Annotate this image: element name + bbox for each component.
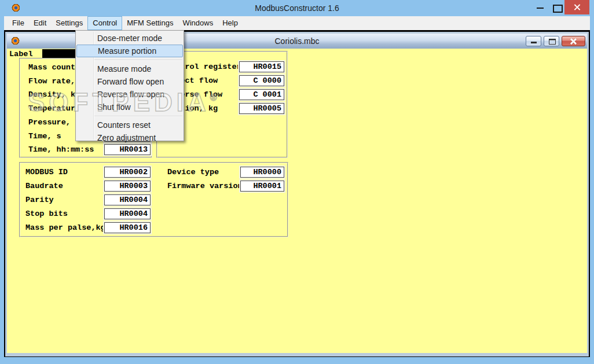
child-minimize-button[interactable] (526, 36, 541, 46)
field-label: Stop bits (25, 208, 68, 219)
field-label: Baudrate (25, 181, 63, 192)
menu-mfm-settings[interactable]: MFM Settings (122, 16, 178, 30)
main-window: ModbusConstructor 1.6 File Edit Settings… (0, 0, 594, 364)
menu-file[interactable]: File (8, 16, 29, 30)
register-field[interactable]: HR0003 (104, 181, 151, 192)
register-field[interactable]: HR0004 (104, 208, 151, 219)
main-window-title: ModbusConstructor 1.6 (0, 0, 594, 16)
menu-item-measure-mode[interactable]: Measure mode (76, 62, 184, 75)
register-field[interactable]: C 0001 (239, 89, 284, 100)
register-field[interactable]: HR0004 (104, 194, 151, 205)
register-field[interactable]: HR0005 (239, 103, 284, 114)
field-label: Firmware varsion (167, 181, 243, 192)
menu-item-shut-flow[interactable]: Shut flow (76, 101, 184, 113)
menu-item-counters-reset[interactable]: Counters reset (76, 119, 184, 131)
register-field[interactable]: HR0001 (240, 181, 284, 192)
close-button[interactable] (564, 0, 589, 14)
menu-control[interactable]: Control (87, 16, 122, 30)
field-label: Mass per palse,kg (25, 222, 105, 233)
maximize-icon[interactable] (549, 0, 564, 15)
register-field[interactable]: C 0000 (239, 75, 284, 86)
register-field[interactable]: HR0013 (104, 144, 151, 155)
menu-item-forward-flow-open[interactable]: Forward flow open (76, 75, 184, 88)
menu-settings[interactable]: Settings (51, 16, 87, 30)
main-titlebar[interactable]: ModbusConstructor 1.6 (0, 0, 594, 16)
menu-item-zero-adjustment[interactable]: Zero adjustment (76, 131, 184, 144)
register-field[interactable]: HR0015 (239, 61, 284, 72)
child-restore-button[interactable] (544, 36, 559, 46)
menu-item-reverse-flow-open[interactable]: Reverse flow open (76, 88, 184, 101)
menu-edit[interactable]: Edit (29, 16, 51, 30)
control-dropdown-menu: Dose-meter mode Measure portion Measure … (75, 30, 184, 141)
menu-item-dose-meter-mode[interactable]: Dose-meter mode (76, 32, 184, 45)
menu-separator (94, 60, 182, 60)
child-close-button[interactable] (562, 36, 585, 46)
menu-separator (94, 116, 182, 116)
field-label: Device type (167, 167, 219, 178)
field-label: Time, s (28, 131, 61, 142)
close-icon (574, 4, 580, 10)
settings-panel: MODBUS ID HR0002 Baudrate HR0003 Parity … (19, 162, 288, 237)
menu-help[interactable]: Help (218, 16, 243, 30)
menu-bar: File Edit Settings Control MFM Settings … (4, 16, 590, 30)
menu-windows[interactable]: Windows (178, 16, 218, 30)
field-label: Parity (25, 194, 54, 205)
field-label: Time, hh:mm:ss (28, 144, 94, 155)
register-field[interactable]: HR0002 (104, 167, 151, 178)
close-icon (570, 38, 577, 45)
minimize-icon[interactable] (533, 0, 548, 15)
register-field[interactable]: HR0016 (104, 222, 151, 233)
register-field[interactable]: HR0000 (240, 167, 284, 178)
menu-item-measure-portion[interactable]: Measure portion (76, 45, 183, 57)
field-label: MODBUS ID (25, 167, 68, 178)
